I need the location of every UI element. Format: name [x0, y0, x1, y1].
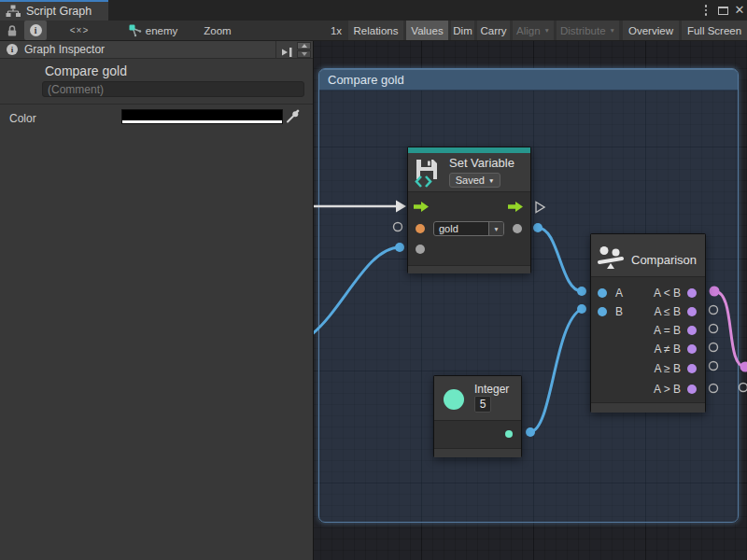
node-footer	[591, 402, 705, 413]
integer-icon	[444, 389, 464, 410]
script-graph-icon	[6, 5, 21, 18]
dropdown-button[interactable]: ▼	[488, 222, 503, 235]
node-footer	[408, 265, 530, 273]
tab-script-graph[interactable]: Script Graph	[0, 0, 108, 21]
window-menu-button[interactable]	[698, 0, 713, 21]
wire-endpoint-pink[interactable]	[740, 362, 747, 372]
port-label-a-gt-b: A > B	[654, 383, 681, 396]
node-set-variable[interactable]: Set Variable Saved ▼ gold ▼	[407, 147, 531, 273]
spinner-up-button[interactable]	[297, 42, 311, 49]
port-output-a-lte-b[interactable]	[687, 307, 697, 316]
zoom-value: 1x	[331, 25, 342, 36]
toolbar-button-values[interactable]: Values	[406, 21, 448, 40]
graph-breadcrumb[interactable]: enemy	[145, 21, 178, 40]
port-label-a-eq-b: A = B	[654, 324, 681, 337]
port-output-a-gt-b[interactable]	[687, 385, 697, 394]
button-label: Dim	[453, 25, 472, 36]
port-output-value[interactable]	[513, 224, 522, 233]
inspector-header-label: Graph Inspector	[24, 43, 105, 56]
divider	[275, 41, 276, 59]
zoom-value-wrap: 1x	[328, 21, 345, 40]
dock-sidebar-button[interactable]	[281, 45, 294, 62]
toolbar-button-carry[interactable]: Carry	[477, 21, 510, 40]
port-output-a-eq-b[interactable]	[687, 326, 697, 335]
variable-kind-label: Saved	[456, 175, 485, 186]
button-label: Carry	[480, 25, 506, 36]
comment-input[interactable]	[42, 81, 304, 97]
port-output-a-lt-b[interactable]	[687, 288, 697, 298]
eyedropper-icon	[286, 108, 300, 124]
group-title: Compare gold	[328, 73, 404, 87]
graph-inspector-panel: i Graph Inspector Compare gold Color	[0, 41, 313, 560]
button-label: Full Screen	[687, 25, 741, 36]
color-alpha-bar	[122, 120, 282, 123]
zoom-label: Zoom	[204, 25, 231, 36]
info-icon: i	[30, 24, 42, 36]
divider	[0, 104, 313, 105]
button-label: Overview	[628, 25, 673, 36]
triangle-up-icon	[302, 44, 307, 48]
port-input-value[interactable]	[416, 245, 425, 254]
port-input-b[interactable]	[598, 307, 607, 316]
graph-canvas[interactable]: Compare gold	[313, 41, 747, 560]
chevron-down-icon: ▼	[610, 28, 615, 35]
toolbar-button-overview[interactable]: Overview	[623, 21, 679, 40]
port-label-a-lte-b: A ≤ B	[654, 305, 681, 318]
spinner-down-button[interactable]	[297, 50, 311, 58]
color-field-label: Color	[9, 112, 36, 125]
port-variable-name[interactable]	[416, 224, 425, 233]
port-label-b: B	[615, 305, 623, 318]
triangle-down-icon	[302, 52, 307, 56]
save-variable-icon	[413, 157, 441, 189]
port-unconnected-circle[interactable]	[740, 384, 747, 392]
inspector-spinner	[297, 42, 311, 58]
info-button[interactable]: i	[24, 21, 47, 40]
code-icon: <×>	[70, 25, 90, 35]
code-preview-button[interactable]: <×>	[60, 21, 99, 40]
variable-name-dropdown[interactable]: gold ▼	[433, 221, 504, 236]
toolbar-button-align[interactable]: Align ▼	[513, 21, 554, 40]
port-output-a-neq-b[interactable]	[687, 344, 697, 354]
toolbar-button-fullscreen[interactable]: Full Screen	[682, 21, 747, 40]
variable-name-value: gold	[434, 222, 488, 235]
graph-toolbar: i <×> enemy Zoom 1x Relations Values Dim…	[0, 21, 747, 41]
window-close-button[interactable]: ✕	[732, 0, 747, 21]
button-label: Values	[411, 25, 443, 36]
dock-icon	[281, 47, 294, 58]
info-icon: i	[7, 44, 18, 55]
close-icon: ✕	[735, 0, 745, 21]
flow-out-port[interactable]	[508, 202, 523, 212]
chevron-down-icon: ▼	[493, 227, 499, 233]
group-header[interactable]: Compare gold	[319, 69, 738, 91]
kebab-icon	[705, 5, 708, 16]
node-comparison[interactable]: Comparison A B A < B A ≤ B A = B A ≠ B A…	[590, 233, 706, 413]
node-integer[interactable]: Integer 5	[433, 375, 522, 457]
graph-breadcrumb-icon-wrap	[127, 21, 144, 40]
port-label-a: A	[615, 287, 623, 300]
breadcrumb-label: enemy	[146, 25, 178, 36]
variable-kind-dropdown[interactable]: Saved ▼	[449, 173, 500, 188]
lock-icon	[7, 24, 18, 37]
window-titlebar: Script Graph ✕	[0, 0, 747, 21]
node-title: Comparison	[631, 253, 697, 267]
lock-button[interactable]	[2, 21, 22, 40]
port-label-a-neq-b: A ≠ B	[654, 343, 681, 356]
chevron-down-icon: ▼	[488, 178, 494, 185]
flow-in-port[interactable]	[414, 202, 429, 212]
graph-icon	[129, 24, 142, 37]
toolbar-button-dim[interactable]: Dim	[451, 21, 474, 40]
node-title: Set Variable	[449, 156, 514, 170]
port-input-a[interactable]	[598, 288, 607, 298]
port-output-a-gte-b[interactable]	[687, 364, 697, 373]
toolbar-button-relations[interactable]: Relations	[348, 21, 403, 40]
maximize-icon	[718, 7, 728, 15]
eyedropper-button[interactable]	[286, 108, 300, 128]
integer-value-field[interactable]: 5	[474, 396, 491, 413]
color-swatch[interactable]	[121, 109, 283, 124]
button-label: Distribute	[560, 25, 606, 36]
window-maximize-button[interactable]	[715, 0, 730, 21]
tab-label: Script Graph	[26, 5, 92, 18]
toolbar-button-distribute[interactable]: Distribute ▼	[557, 21, 619, 40]
chevron-down-icon: ▼	[544, 28, 550, 35]
port-output-integer[interactable]	[505, 430, 513, 438]
